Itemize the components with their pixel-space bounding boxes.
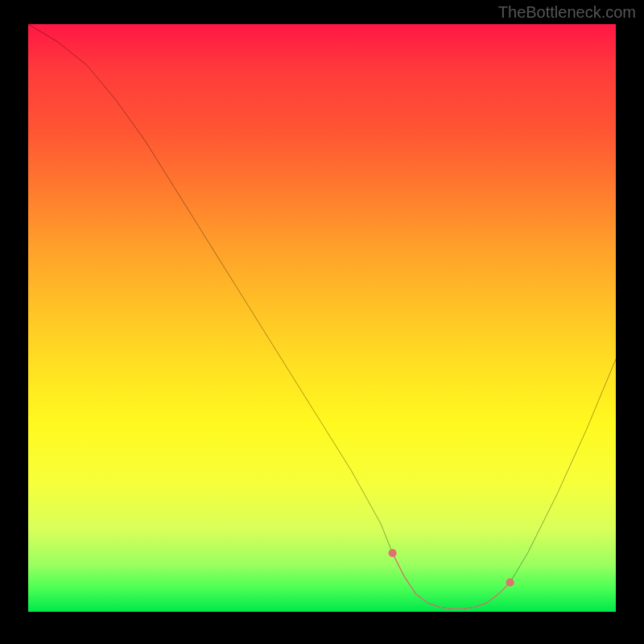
watermark-text: TheBottleneck.com [498, 3, 636, 22]
optimal-range-highlight [393, 553, 510, 609]
highlight-svg [28, 24, 616, 612]
highlight-dot-right [506, 578, 514, 586]
highlight-dot-left [388, 549, 396, 557]
plot-area [28, 24, 616, 612]
